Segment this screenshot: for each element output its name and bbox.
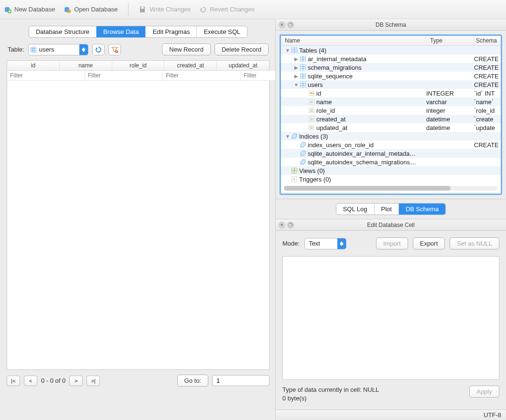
tree-row[interactable]: idINTEGER`id` INT (281, 89, 501, 97)
tree-header-type[interactable]: Type (426, 36, 474, 45)
set-null-button[interactable]: Set as NULL (450, 237, 499, 249)
tree-row-schema: `create (474, 116, 501, 123)
tree-header-name[interactable]: Name (281, 36, 426, 45)
tree-row-name: Tables (4) (298, 47, 426, 54)
tree-hscrollbar[interactable] (284, 186, 498, 191)
tree-row-name: sqlite_sequence (307, 73, 426, 80)
new-record-button[interactable]: New Record (162, 43, 211, 55)
chevron-down-icon[interactable]: ▼ (285, 48, 291, 53)
page-next-button[interactable]: > (69, 376, 83, 386)
tree-row[interactable]: ▶ar_internal_metadataCREATE (281, 54, 501, 63)
tree-row-name: index_users_on_role_id (307, 141, 426, 149)
open-database-button[interactable]: Open Database (64, 6, 118, 13)
svg-rect-43 (310, 101, 313, 102)
tree-row-name: Views (0) (298, 167, 426, 174)
svg-rect-11 (31, 47, 36, 53)
tree-row[interactable]: index_users_on_role_idCREATE (281, 140, 501, 149)
cell-text-area[interactable] (282, 256, 499, 380)
new-database-label: New Database (14, 6, 55, 13)
tree-row-schema: `name` (474, 98, 501, 106)
write-changes-icon (139, 6, 147, 13)
tab-db-schema[interactable]: DB Schema (399, 204, 445, 215)
schema-tabrow: SQL Log Plot DB Schema (336, 203, 446, 215)
page-prev-button[interactable]: < (24, 376, 37, 386)
page-status: 0 - 0 of 0 (41, 377, 65, 384)
clear-filters-button[interactable] (108, 44, 121, 55)
import-button[interactable]: Import (376, 237, 408, 249)
funnel-clear-icon (111, 46, 118, 53)
tab-plot[interactable]: Plot (375, 204, 399, 215)
grid-header-name[interactable]: name (60, 61, 112, 70)
index-icon (299, 159, 307, 165)
tree-row[interactable]: sqlite_autoindex_schema_migrations… (281, 158, 501, 166)
svg-rect-52 (310, 127, 313, 128)
table-icon (299, 82, 307, 87)
new-database-button[interactable]: New Database (4, 6, 55, 13)
mode-select[interactable]: Text (304, 238, 346, 249)
tree-row[interactable]: ▼usersCREATE (281, 80, 501, 89)
table-label: Table: (8, 46, 24, 53)
data-grid: id name role_id created_at updated_at (7, 60, 269, 370)
schema-panel-header: ✕ ❐ DB Schema (276, 19, 506, 31)
close-cell-panel-button[interactable]: ✕ (279, 222, 285, 228)
tree-row[interactable]: ▶sqlite_sequenceCREATE (281, 72, 501, 80)
grid-body[interactable] (7, 81, 269, 369)
write-changes-label: Write Changes (150, 6, 191, 13)
tree-row[interactable]: namevarchar`name` (281, 97, 501, 106)
grid-header: id name role_id created_at updated_at (7, 61, 269, 71)
chevron-right-icon[interactable]: ▶ (293, 65, 299, 70)
popout-cell-panel-button[interactable]: ❐ (287, 222, 294, 228)
chevron-right-icon[interactable]: ▶ (293, 56, 299, 62)
filter-input-name[interactable] (85, 71, 163, 80)
chevron-down-icon[interactable]: ▼ (285, 134, 291, 139)
page-last-button[interactable]: >| (86, 376, 100, 386)
filter-input-id[interactable] (7, 71, 85, 80)
tree-row-name: role_id (315, 107, 426, 114)
tab-browse-data[interactable]: Browse Data (97, 26, 146, 37)
tree-row[interactable]: sqlite_autoindex_ar_internal_metada… (281, 149, 501, 158)
table-icon (299, 73, 307, 79)
grid-header-id[interactable]: id (7, 61, 60, 70)
tree-row[interactable]: ▶schema_migrationsCREATE (281, 63, 501, 72)
goto-button[interactable]: Go to: (177, 375, 208, 387)
delete-record-button[interactable]: Delete Record (215, 43, 269, 55)
close-panel-button[interactable]: ✕ (279, 22, 285, 28)
tree-row-name: sqlite_autoindex_ar_internal_metada… (307, 150, 426, 157)
write-changes-button[interactable]: Write Changes (139, 6, 191, 13)
tree-row-schema: CREATE (474, 73, 501, 80)
tree-header-schema[interactable]: Schema (474, 36, 501, 45)
chevron-down-icon[interactable]: ▼ (293, 82, 299, 87)
tab-sql-log[interactable]: SQL Log (336, 204, 375, 215)
cell-panel-title: Edit Database Cell (276, 222, 506, 228)
refresh-button[interactable] (92, 44, 105, 55)
tab-database-structure[interactable]: Database Structure (29, 26, 97, 37)
goto-input[interactable] (212, 375, 269, 386)
tree-row[interactable]: ▼Indices (3) (281, 132, 501, 140)
grid-header-role-id[interactable]: role_id (112, 61, 165, 70)
tree-row[interactable]: Triggers (0) (281, 175, 501, 183)
revert-changes-button[interactable]: Revert Changes (199, 6, 255, 13)
popout-panel-button[interactable]: ❐ (287, 22, 294, 28)
table-select[interactable]: users (28, 44, 88, 55)
svg-rect-53 (310, 128, 313, 129)
tree-row[interactable]: Views (0) (281, 166, 501, 175)
tree-row[interactable]: ▼Tables (4) (281, 46, 501, 54)
grid-header-created-at[interactable]: created_at (164, 61, 217, 70)
index-icon (299, 151, 307, 156)
grid-header-updated-at[interactable]: updated_at (217, 61, 269, 70)
page-first-button[interactable]: |< (7, 376, 20, 386)
chevron-right-icon[interactable]: ▶ (293, 74, 299, 79)
filter-input-role-id[interactable] (163, 71, 241, 80)
tree-row[interactable]: updated_atdatetime`update (281, 123, 501, 132)
tab-execute-sql[interactable]: Execute SQL (197, 26, 247, 37)
pager: |< < 0 - 0 of 0 > >| Go to: (7, 375, 269, 387)
tree-row[interactable]: role_idinteger`role_id (281, 106, 501, 115)
tree-row-name: id (315, 90, 426, 97)
export-button[interactable]: Export (413, 237, 445, 249)
tree-row-name: sqlite_autoindex_schema_migrations… (307, 159, 426, 166)
chevron-updown-icon (79, 44, 88, 55)
apply-button[interactable]: Apply (469, 386, 499, 398)
tree-row[interactable]: created_atdatetime`create (281, 115, 501, 123)
tab-edit-pragmas[interactable]: Edit Pragmas (146, 26, 197, 37)
tree-row-schema: `update (474, 124, 501, 131)
